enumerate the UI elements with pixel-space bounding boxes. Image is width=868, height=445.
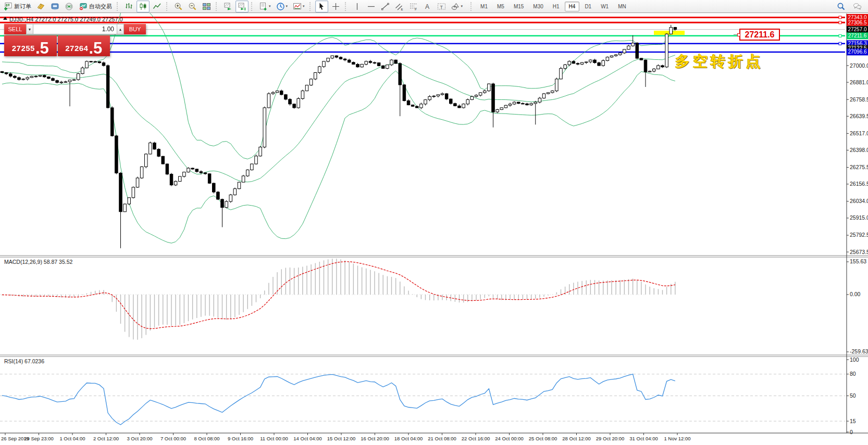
svg-text:80: 80 [850, 371, 856, 377]
shapes-button[interactable]: ▾ [449, 1, 465, 12]
price-level-annotation[interactable]: 27211.6 [739, 29, 780, 41]
text-button[interactable]: A [421, 1, 434, 12]
timeframe-m5-button[interactable]: M5 [493, 2, 509, 11]
market-icon [36, 2, 45, 11]
text-label-button[interactable]: T [435, 1, 448, 12]
horizontal-line-button[interactable] [365, 1, 378, 12]
signals-button[interactable] [63, 1, 76, 12]
timeframe-m15-button[interactable]: M15 [510, 2, 528, 11]
volume-input[interactable] [33, 24, 117, 34]
toolbar-grip [117, 2, 120, 11]
terminal-button[interactable] [48, 1, 61, 12]
svg-text:11 Oct 00:00: 11 Oct 00:00 [260, 436, 288, 441]
new-order-button[interactable]: 新订单 [2, 1, 33, 12]
rsi-indicator-label: RSI(14) 67.0236 [4, 358, 44, 364]
svg-text:7 Oct 00:00: 7 Oct 00:00 [160, 436, 186, 441]
svg-text:18 Oct 04:00: 18 Oct 04:00 [394, 436, 423, 441]
dropdown-arrow-icon: ▾ [303, 4, 305, 8]
svg-text:22 Oct 16:00: 22 Oct 16:00 [462, 436, 490, 441]
buy-price-panel[interactable]: 27264 .5 [58, 35, 110, 56]
zoom-in-button[interactable] [172, 1, 185, 12]
volume-up-button[interactable]: ▲ [117, 24, 124, 34]
volume-down-button[interactable]: ▼ [26, 24, 33, 34]
periods-button[interactable]: ▾ [274, 1, 290, 12]
bar-chart-mode-button[interactable] [122, 1, 135, 12]
svg-text:26639.5: 26639.5 [850, 113, 868, 119]
svg-text:27306.5: 27306.5 [848, 20, 867, 26]
svg-text:27211.6: 27211.6 [848, 33, 867, 39]
new-chart-icon [259, 2, 268, 11]
sell-price-panel[interactable]: 27255 .5 [4, 35, 57, 56]
dropdown-arrow-icon: ▾ [286, 4, 288, 8]
buy-button[interactable]: BUY [124, 24, 146, 34]
tile-windows-button[interactable] [200, 1, 213, 12]
auto-scroll-button[interactable] [221, 1, 234, 12]
timeframe-mn-button[interactable]: MN [614, 2, 630, 11]
svg-text:26156.5: 26156.5 [850, 181, 868, 187]
zoom-out-button[interactable] [186, 1, 199, 12]
svg-text:155.63: 155.63 [850, 258, 866, 264]
timeframe-d1-button[interactable]: D1 [580, 2, 596, 11]
equidistant-channel-button[interactable]: E [393, 1, 406, 12]
svg-text:29 Oct 20:00: 29 Oct 20:00 [596, 436, 624, 441]
templates-button[interactable]: ▾ [291, 1, 307, 12]
new-order-label: 新订单 [14, 3, 31, 10]
chart-shift-button[interactable] [235, 1, 249, 12]
svg-text:24 Oct 00:00: 24 Oct 00:00 [495, 436, 523, 441]
turning-point-label: 多空转折点 [675, 52, 764, 71]
timeframe-h4-button[interactable]: H4 [565, 2, 580, 11]
svg-text:28 Oct 12:00: 28 Oct 12:00 [562, 436, 590, 441]
timeframe-m1-button[interactable]: M1 [476, 2, 492, 11]
channel-icon: E [395, 2, 404, 11]
timeframe-h1-button[interactable]: H1 [549, 2, 564, 11]
auto-trading-label: 自动交易 [89, 3, 112, 10]
auto-trading-button[interactable]: 自动交易 [77, 1, 114, 12]
new-chart-button[interactable]: ▾ [257, 1, 273, 12]
fibonacci-button[interactable]: F [407, 1, 420, 12]
periods-icon [276, 2, 285, 11]
crosshair-button[interactable] [329, 1, 342, 12]
vline-icon [353, 2, 362, 11]
toolbar-right [837, 2, 868, 11]
terminal-icon [51, 2, 59, 11]
svg-text:27000.0: 27000.0 [850, 62, 868, 69]
bar-chart-icon [125, 2, 133, 11]
svg-text:25915.0: 25915.0 [850, 214, 868, 221]
svg-text:1 Nov 12:00: 1 Nov 12:00 [664, 436, 690, 441]
annotation-handle[interactable] [737, 33, 740, 36]
buy-price-fraction: .5 [89, 41, 102, 56]
candle-chart-mode-button[interactable] [137, 1, 150, 12]
cursor-button[interactable] [315, 1, 328, 12]
chart-ohlc-title: DJ30-,H4 27272.0 27275.0 27249.0 27257.0 [9, 16, 123, 22]
svg-text:16 Oct 20:00: 16 Oct 20:00 [361, 436, 389, 441]
svg-text:9 Oct 16:00: 9 Oct 16:00 [228, 436, 253, 441]
timeframe-w1-button[interactable]: W1 [597, 2, 613, 11]
timeframe-m30-button[interactable]: M30 [529, 2, 547, 11]
svg-text:3 Oct 20:00: 3 Oct 20:00 [127, 436, 152, 441]
trendline-button[interactable] [379, 1, 392, 12]
fibo-icon: F [409, 2, 418, 11]
one-click-collapse-arrow[interactable] [3, 17, 7, 20]
svg-text:26758.5: 26758.5 [850, 96, 868, 103]
toolbar-grip [166, 2, 169, 11]
line-chart-mode-button[interactable] [151, 1, 164, 12]
market-button[interactable] [34, 1, 47, 12]
search-icon[interactable] [837, 2, 846, 11]
sell-price-main: 27255 [12, 44, 35, 53]
vertical-line-button[interactable] [351, 1, 364, 12]
toolbar-grip [345, 2, 348, 11]
toolbar-grip [470, 2, 474, 11]
svg-text:A: A [425, 3, 429, 10]
sell-button[interactable]: SELL [4, 24, 26, 34]
dropdown-arrow-icon: ▾ [269, 4, 271, 8]
chat-icon[interactable] [853, 2, 862, 11]
shapes-icon [451, 2, 460, 11]
indicator-layer [0, 259, 845, 425]
annotation-text: 27211.6 [745, 30, 775, 39]
svg-text:26517.0: 26517.0 [850, 130, 868, 136]
svg-text:25792.5: 25792.5 [850, 232, 868, 238]
trendline-icon [381, 2, 390, 11]
svg-text:26034.0: 26034.0 [850, 198, 868, 204]
toolbar-grip [251, 2, 254, 11]
svg-text:-259.63: -259.63 [850, 348, 868, 354]
